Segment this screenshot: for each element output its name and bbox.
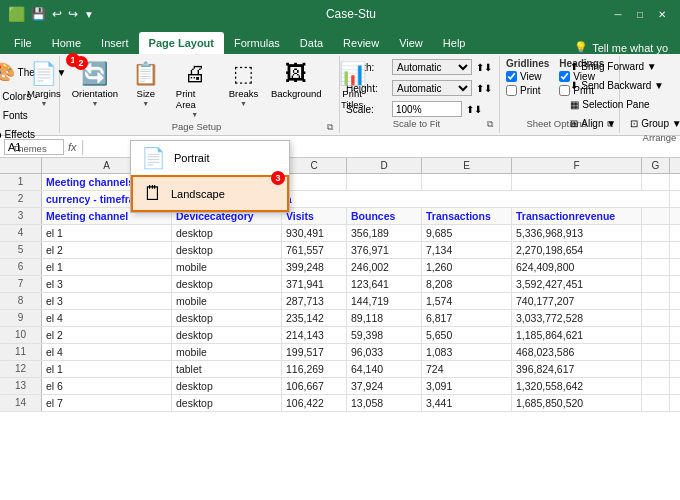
height-select[interactable]: Automatic	[392, 80, 472, 96]
grid-cell[interactable]: 740,177,207	[512, 293, 642, 309]
grid-cell[interactable]: mobile	[172, 293, 282, 309]
grid-cell[interactable]: desktop	[172, 310, 282, 326]
dropdown-icon[interactable]: ▼	[84, 9, 94, 20]
grid-cell[interactable]: 214,143	[282, 327, 347, 343]
grid-cell[interactable]: el 4	[42, 344, 172, 360]
scale-spinner[interactable]: ⬆⬇	[466, 104, 482, 115]
grid-cell[interactable]: 3,592,427,451	[512, 276, 642, 292]
grid-cell[interactable]: 89,118	[347, 310, 422, 326]
landscape-option[interactable]: 3 🗒 Landscape	[131, 175, 289, 212]
grid-cell[interactable]: 1,685,850,520	[512, 395, 642, 411]
page-setup-expand[interactable]: ⧉	[327, 122, 333, 133]
grid-cell[interactable]: desktop	[172, 242, 282, 258]
effects-button[interactable]: ◑ Effects	[0, 126, 40, 143]
grid-cell[interactable]: 1,574	[422, 293, 512, 309]
undo-icon[interactable]: ↩	[52, 7, 62, 21]
grid-cell[interactable]: el 2	[42, 327, 172, 343]
grid-cell[interactable]: 64,140	[347, 361, 422, 377]
grid-cell[interactable]: 123,641	[347, 276, 422, 292]
minimize-btn[interactable]: ─	[608, 4, 628, 24]
redo-icon[interactable]: ↪	[68, 7, 78, 21]
grid-cell[interactable]: 13,058	[347, 395, 422, 411]
tell-me-bar[interactable]: 💡 Tell me what yo	[566, 41, 676, 54]
tab-review[interactable]: Review	[333, 32, 389, 54]
print-area-button[interactable]: 🖨 Print Area ▼	[171, 58, 219, 121]
grid-cell[interactable]: el 1	[42, 225, 172, 241]
height-spinner[interactable]: ⬆⬇	[476, 83, 492, 94]
grid-cell[interactable]: 106,667	[282, 378, 347, 394]
selection-pane-button[interactable]: ▦Selection Pane	[565, 96, 654, 113]
grid-cell[interactable]: 396,824,617	[512, 361, 642, 377]
grid-cell[interactable]: el 2	[42, 242, 172, 258]
header-revenue[interactable]: Transactionrevenue	[512, 208, 642, 224]
grid-cell[interactable]: 376,971	[347, 242, 422, 258]
grid-cell[interactable]: 1,320,558,642	[512, 378, 642, 394]
breaks-button[interactable]: ⬚ Breaks ▼	[221, 58, 265, 110]
grid-cell[interactable]: desktop	[172, 395, 282, 411]
tab-data[interactable]: Data	[290, 32, 333, 54]
grid-cell[interactable]: 246,002	[347, 259, 422, 275]
grid-cell[interactable]: 235,142	[282, 310, 347, 326]
grid-cell[interactable]: el 1	[42, 361, 172, 377]
grid-cell[interactable]: 9,685	[422, 225, 512, 241]
send-backward-button[interactable]: ⬇Send Backward ▼	[565, 77, 669, 94]
print-titles-button[interactable]: 📊 Print Titles	[327, 58, 377, 113]
bring-forward-button[interactable]: ⬆Bring Forward ▼	[565, 58, 661, 75]
grid-cell[interactable]: 199,517	[282, 344, 347, 360]
grid-cell[interactable]: 3,441	[422, 395, 512, 411]
grid-cell[interactable]: 2,270,198,654	[512, 242, 642, 258]
grid-cell[interactable]: 144,719	[347, 293, 422, 309]
width-spinner[interactable]: ⬆⬇	[476, 62, 492, 73]
grid-cell[interactable]: 3,091	[422, 378, 512, 394]
scale-expand[interactable]: ⧉	[487, 119, 493, 130]
tab-page-layout[interactable]: Page Layout	[139, 32, 224, 54]
grid-cell[interactable]: 468,023,586	[512, 344, 642, 360]
grid-cell[interactable]: mobile	[172, 259, 282, 275]
grid-cell[interactable]: 5,336,968,913	[512, 225, 642, 241]
grid-cell[interactable]: 37,924	[347, 378, 422, 394]
grid-cell[interactable]: 399,248	[282, 259, 347, 275]
header-visits[interactable]: Visits	[282, 208, 347, 224]
grid-cell[interactable]: 724	[422, 361, 512, 377]
grid-cell[interactable]: el 6	[42, 378, 172, 394]
gridlines-view-check[interactable]	[506, 71, 517, 82]
grid-cell[interactable]: desktop	[172, 276, 282, 292]
margins-button[interactable]: 📄 Margins ▼	[22, 58, 66, 110]
tab-formulas[interactable]: Formulas	[224, 32, 290, 54]
grid-cell[interactable]: 356,189	[347, 225, 422, 241]
width-select[interactable]: Automatic	[392, 59, 472, 75]
grid-cell[interactable]: 1,185,864,621	[512, 327, 642, 343]
grid-cell[interactable]: el 4	[42, 310, 172, 326]
tab-insert[interactable]: Insert	[91, 32, 139, 54]
grid-cell[interactable]: 59,398	[347, 327, 422, 343]
header-bounces[interactable]: Bounces	[347, 208, 422, 224]
col-d[interactable]: D	[347, 158, 422, 173]
align-button[interactable]: ⊞Align ▼	[565, 115, 621, 132]
grid-cell[interactable]: 7,134	[422, 242, 512, 258]
grid-cell[interactable]: 96,033	[347, 344, 422, 360]
grid-cell[interactable]: 1,083	[422, 344, 512, 360]
restore-btn[interactable]: □	[630, 4, 650, 24]
grid-cell[interactable]: mobile	[172, 344, 282, 360]
save-icon[interactable]: 💾	[31, 7, 46, 21]
grid-cell[interactable]: 624,409,800	[512, 259, 642, 275]
grid-cell[interactable]: desktop	[172, 327, 282, 343]
background-button[interactable]: 🖼 Background	[268, 58, 324, 102]
col-e[interactable]: E	[422, 158, 512, 173]
size-button[interactable]: 📋 Size ▼	[124, 58, 168, 110]
close-btn[interactable]: ✕	[652, 4, 672, 24]
portrait-option[interactable]: 📄 Portrait	[131, 141, 289, 175]
grid-cell[interactable]: tablet	[172, 361, 282, 377]
grid-cell[interactable]: 930,491	[282, 225, 347, 241]
grid-cell[interactable]: 1,260	[422, 259, 512, 275]
grid-cell[interactable]: 371,941	[282, 276, 347, 292]
grid-cell[interactable]: 5,650	[422, 327, 512, 343]
tab-help[interactable]: Help	[433, 32, 476, 54]
grid-cell[interactable]: 116,269	[282, 361, 347, 377]
col-f[interactable]: F	[512, 158, 642, 173]
grid-cell[interactable]: 6,817	[422, 310, 512, 326]
group-button[interactable]: ⊡Group ▼	[625, 115, 680, 132]
grid-cell[interactable]: 761,557	[282, 242, 347, 258]
tab-file[interactable]: File	[4, 32, 42, 54]
grid-cell[interactable]: el 7	[42, 395, 172, 411]
